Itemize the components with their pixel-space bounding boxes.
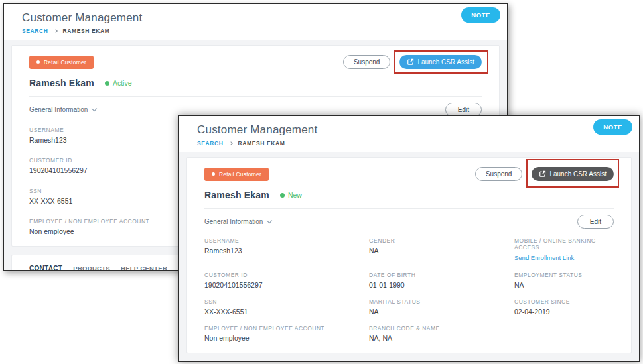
- general-information-toggle[interactable]: General Information: [29, 106, 96, 113]
- badge-dot-icon: [212, 172, 215, 176]
- field-customer-since: CUSTOMER SINCE 02-04-2019: [514, 298, 614, 316]
- status-badge: New: [280, 191, 302, 199]
- breadcrumb-search-link[interactable]: SEARCH: [22, 28, 48, 34]
- action-buttons: Suspend Launch CSR Assist: [343, 55, 482, 69]
- note-button[interactable]: NOTE: [593, 119, 632, 135]
- launch-csr-assist-button[interactable]: Launch CSR Assist: [399, 55, 482, 69]
- launch-csr-label: Launch CSR Assist: [549, 170, 607, 178]
- breadcrumb-current: RAMESH EKAM: [63, 28, 110, 34]
- launch-csr-assist-button[interactable]: Launch CSR Assist: [532, 167, 614, 181]
- field-label: USERNAME: [204, 237, 369, 244]
- customer-type-badge: Retail Customer: [29, 56, 94, 69]
- customer-info-card: Retail Customer Suspend: [186, 157, 632, 353]
- breadcrumb-search-link[interactable]: SEARCH: [197, 140, 224, 147]
- customer-type-label: Retail Customer: [44, 59, 86, 66]
- fields-grid: USERNAME Ramesh123 GENDER NA MOBILE / ON…: [204, 237, 614, 342]
- send-enrollment-link[interactable]: Send Enrollment Link: [514, 254, 574, 261]
- window-front: Customer Management SEARCH RAMESH EKAM N…: [178, 115, 640, 362]
- customer-name-row: Ramesh Ekam New: [204, 190, 614, 200]
- suspend-button[interactable]: Suspend: [475, 167, 522, 181]
- chevron-down-icon: [267, 218, 272, 223]
- chevron-right-icon: [229, 141, 233, 145]
- customer-name-row: Ramesh Ekam Active: [29, 78, 482, 88]
- customer-type-badge: Retail Customer: [204, 168, 269, 181]
- field-mobile-online-banking-access: MOBILE / ONLINE BANKING ACCESS Send Enro…: [514, 237, 614, 263]
- field-value: 01-01-1990: [369, 281, 514, 289]
- field-branch-code-name: BRANCH CODE & NAME NA, NA: [369, 325, 514, 342]
- status-dot-icon: [280, 193, 285, 198]
- external-link-icon: [539, 170, 546, 178]
- badge-dot-icon: [36, 60, 40, 64]
- edit-button[interactable]: Edit: [577, 215, 614, 229]
- field-value: 190204101556297: [204, 281, 369, 289]
- field-label: SSN: [204, 298, 369, 305]
- field-value: 02-04-2019: [514, 308, 614, 316]
- status-badge: Active: [105, 79, 132, 87]
- field-ssn: SSN XX-XXX-6551: [204, 298, 369, 316]
- breadcrumb-current: RAMESH EKAM: [238, 140, 285, 147]
- status-dot-icon: [105, 81, 109, 86]
- section-row: General Information Edit: [204, 209, 614, 236]
- status-text: Active: [113, 79, 132, 87]
- field-value: XX-XXX-6551: [204, 308, 369, 316]
- customer-type-label: Retail Customer: [219, 171, 261, 178]
- field-employment-status: EMPLOYMENT STATUS NA: [514, 272, 614, 289]
- launch-csr-label: Launch CSR Assist: [417, 58, 474, 66]
- field-label: EMPLOYEE / NON EMPLOYEE ACCOUNT: [204, 325, 369, 332]
- chevron-down-icon: [92, 106, 97, 111]
- status-text: New: [288, 191, 302, 199]
- field-gender: GENDER NA: [369, 237, 514, 263]
- general-information-toggle[interactable]: General Information: [204, 218, 271, 225]
- field-username: USERNAME Ramesh123: [204, 237, 369, 263]
- field-value: NA: [369, 247, 514, 255]
- field-label: EMPLOYMENT STATUS: [514, 272, 614, 278]
- field-date-of-birth: DATE OF BIRTH 01-01-1990: [369, 272, 514, 289]
- note-button[interactable]: NOTE: [461, 7, 500, 23]
- field-label: MOBILE / ONLINE BANKING ACCESS: [514, 237, 614, 251]
- customer-name: Ramesh Ekam: [204, 190, 269, 200]
- section-title: General Information: [204, 218, 263, 225]
- page-title: Customer Management: [197, 123, 639, 137]
- page-title: Customer Management: [22, 11, 507, 25]
- badge-row: Retail Customer Suspend: [29, 55, 482, 69]
- tab-help-center[interactable]: HELP CENTER: [121, 265, 167, 271]
- field-value: Non employee: [204, 334, 369, 342]
- breadcrumb: SEARCH RAMESH EKAM: [22, 28, 507, 34]
- field-label: CUSTOMER SINCE: [514, 298, 614, 305]
- field-label: GENDER: [369, 237, 514, 244]
- field-label: CUSTOMER ID: [204, 272, 369, 278]
- tab-products[interactable]: PRODUCTS: [73, 265, 110, 271]
- field-label: MARITAL STATUS: [369, 298, 514, 305]
- section-title: General Information: [29, 106, 88, 113]
- field-value: NA: [514, 281, 614, 289]
- field-label: BRANCH CODE & NAME: [369, 325, 514, 332]
- badge-row: Retail Customer Suspend: [204, 167, 614, 181]
- field-customer-id: CUSTOMER ID 190204101556297: [204, 272, 369, 289]
- field-value: Ramesh123: [204, 247, 369, 255]
- field-value: NA, NA: [369, 334, 514, 342]
- suspend-button[interactable]: Suspend: [343, 55, 390, 69]
- chevron-right-icon: [54, 29, 58, 33]
- launch-csr-wrap: Launch CSR Assist: [399, 55, 482, 69]
- external-link-icon: [407, 58, 414, 66]
- action-buttons: Suspend Launch CSR Assist: [475, 167, 614, 181]
- field-value: NA: [369, 308, 514, 316]
- launch-csr-wrap: Launch CSR Assist: [532, 167, 614, 181]
- tab-contact[interactable]: CONTACT: [29, 265, 62, 271]
- page-body-front: Retail Customer Suspend: [179, 152, 639, 361]
- customer-name: Ramesh Ekam: [29, 78, 94, 88]
- field-label: DATE OF BIRTH: [369, 272, 514, 278]
- header-front: Customer Management SEARCH RAMESH EKAM N…: [179, 116, 639, 152]
- screenshot-stage: Customer Management SEARCH RAMESH EKAM N…: [0, 0, 643, 364]
- breadcrumb: SEARCH RAMESH EKAM: [197, 140, 639, 147]
- field-marital-status: MARITAL STATUS NA: [369, 298, 514, 316]
- header-back: Customer Management SEARCH RAMESH EKAM N…: [4, 4, 507, 40]
- field-employee-account: EMPLOYEE / NON EMPLOYEE ACCOUNT Non empl…: [204, 325, 369, 342]
